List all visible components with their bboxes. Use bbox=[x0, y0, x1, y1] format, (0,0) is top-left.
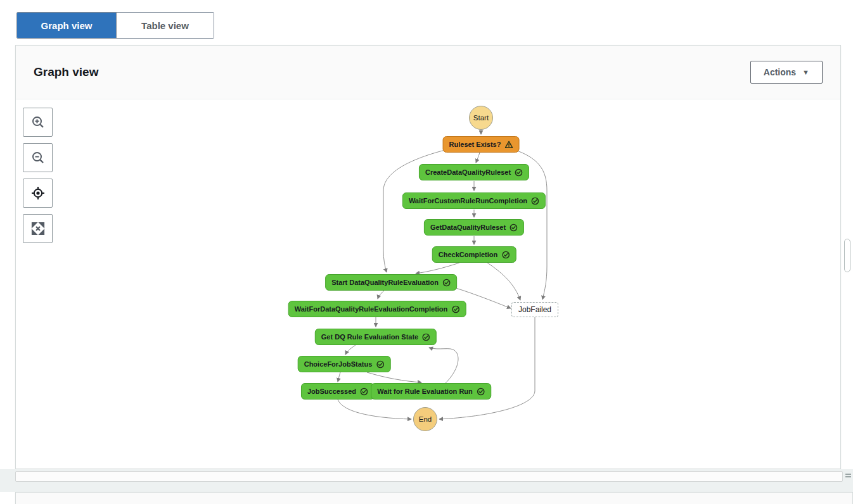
circle-check-icon bbox=[510, 224, 518, 232]
actions-button-label: Actions bbox=[764, 67, 796, 77]
node-job-failed[interactable]: JobFailed bbox=[511, 302, 558, 317]
node-job-successed[interactable]: JobSuccessed bbox=[301, 383, 375, 400]
fit-to-screen-button[interactable] bbox=[23, 214, 53, 243]
node-label: ChoiceForJobStatus bbox=[304, 360, 373, 368]
resize-grip[interactable] bbox=[845, 474, 851, 477]
node-check-completion[interactable]: CheckCompletion bbox=[432, 246, 516, 263]
node-label: CheckCompletion bbox=[439, 251, 498, 258]
node-wait-evaluation[interactable]: WaitForDataQualityRuleEvaluationCompleti… bbox=[288, 301, 466, 317]
node-label: JobSuccessed bbox=[307, 387, 356, 395]
next-panel-edge bbox=[15, 492, 853, 504]
tab-graph-view[interactable]: Graph view bbox=[17, 13, 116, 38]
node-label: WaitForDataQualityRuleEvaluationCompleti… bbox=[295, 305, 448, 313]
tab-table-view[interactable]: Table view bbox=[116, 13, 214, 38]
circle-check-icon bbox=[376, 360, 384, 369]
node-label: Start DataQualityRuleEvaluation bbox=[331, 279, 439, 286]
zoom-in-icon bbox=[31, 115, 45, 129]
node-start-evaluation[interactable]: Start DataQualityRuleEvaluation bbox=[325, 274, 457, 291]
node-label: CreateDataQualityRuleset bbox=[425, 168, 511, 176]
node-get-dq-state[interactable]: Get DQ Rule Evaluation State bbox=[315, 329, 437, 345]
graph-view-panel: Graph view Actions ▼ bbox=[15, 45, 841, 469]
chevron-down-icon: ▼ bbox=[802, 69, 809, 76]
node-label: Get DQ Rule Evaluation State bbox=[321, 333, 418, 341]
actions-button[interactable]: Actions ▼ bbox=[750, 61, 823, 84]
page-title: Graph view bbox=[34, 65, 98, 79]
view-toggle: Graph view Table view bbox=[16, 12, 214, 39]
circle-check-icon bbox=[422, 333, 430, 341]
vertical-scrollbar-thumb[interactable] bbox=[844, 239, 850, 272]
graph-toolbar bbox=[23, 108, 53, 243]
circle-check-icon bbox=[501, 251, 510, 259]
node-create-ruleset[interactable]: CreateDataQualityRuleset bbox=[419, 164, 529, 180]
node-get-ruleset[interactable]: GetDataQualityRuleset bbox=[424, 219, 524, 236]
zoom-out-icon bbox=[31, 151, 45, 165]
graph-canvas[interactable]: StartRuleset Exists?CreateDataQualityRul… bbox=[16, 99, 840, 442]
node-wait-custom-run[interactable]: WaitForCustomRuleRunCompletion bbox=[402, 192, 546, 209]
node-end[interactable]: End bbox=[413, 407, 437, 431]
horizontal-scrollbar[interactable] bbox=[15, 471, 843, 482]
center-target-icon bbox=[30, 186, 46, 201]
circle-check-icon bbox=[531, 197, 539, 205]
warning-triangle-icon bbox=[504, 141, 513, 149]
circle-check-icon bbox=[477, 387, 485, 396]
fit-expand-icon bbox=[31, 222, 45, 236]
node-wait-rule-run[interactable]: Wait for Rule Evaluation Run bbox=[371, 383, 491, 400]
node-label: End bbox=[419, 415, 432, 423]
circle-check-icon bbox=[515, 168, 523, 177]
node-ruleset-exists[interactable]: Ruleset Exists? bbox=[443, 136, 520, 153]
zoom-out-button[interactable] bbox=[23, 143, 53, 172]
node-label: Wait for Rule Evaluation Run bbox=[377, 387, 473, 395]
page: Graph view Table view Graph view Actions… bbox=[0, 0, 853, 504]
center-graph-button[interactable] bbox=[23, 179, 53, 208]
circle-check-icon bbox=[360, 387, 368, 396]
node-label: JobFailed bbox=[518, 305, 551, 314]
circle-check-icon bbox=[451, 305, 459, 313]
circle-check-icon bbox=[442, 279, 451, 287]
node-label: GetDataQualityRuleset bbox=[430, 224, 506, 231]
node-label: Ruleset Exists? bbox=[449, 141, 501, 148]
node-choice-job-status[interactable]: ChoiceForJobStatus bbox=[298, 356, 391, 372]
node-label: Start bbox=[473, 114, 489, 122]
panel-header: Graph view Actions ▼ bbox=[16, 46, 840, 99]
node-label: WaitForCustomRuleRunCompletion bbox=[409, 197, 527, 205]
node-start[interactable]: Start bbox=[469, 106, 493, 130]
zoom-in-button[interactable] bbox=[23, 108, 53, 137]
